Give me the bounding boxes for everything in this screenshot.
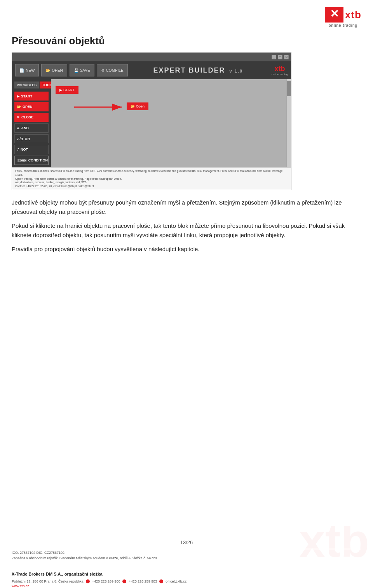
paragraph-3: Pravidla pro propojování objektů budou v… — [12, 245, 361, 254]
eb-app-name: EXPERT BUILDER v 1.0 — [130, 66, 266, 75]
bottom-bar-line2: Option trading. Free forex charts & quot… — [15, 177, 288, 181]
eb-new-button[interactable]: 📄 NEW — [15, 64, 39, 76]
xtb-subtitle-text: online trading — [329, 23, 357, 28]
eb-main-area: VARIABLES TOOLS ▶ START 📂 OPEN ✕ CLOSE & — [12, 79, 291, 167]
footer-company: X-Trade Brokers DM S.A., organizační slo… — [12, 572, 103, 576]
eb-titlebar: _ □ ✕ — [12, 53, 291, 61]
eb-sidebar: VARIABLES TOOLS ▶ START 📂 OPEN ✕ CLOSE & — [12, 79, 51, 167]
new-icon: 📄 — [19, 68, 24, 73]
eb-window: _ □ ✕ 📄 NEW 📂 OPEN 💾 SAVE ⚙ COMPILE — [12, 53, 291, 190]
footer-registered: Zapsána v obchodním rejstříku vedeném Mě… — [12, 556, 157, 561]
footer-website[interactable]: www.xtb.cz — [12, 584, 29, 588]
svg-text:✕: ✕ — [330, 8, 339, 20]
sidebar-item-condition[interactable]: COND CONDITION — [14, 156, 49, 165]
eb-workspace[interactable]: ▶ START 📂 Open — [51, 79, 286, 167]
sidebar-item-not[interactable]: ≠ NOT — [14, 145, 49, 154]
eb-toolbar: 📄 NEW 📂 OPEN 💾 SAVE ⚙ COMPILE EXPERT BUI… — [12, 61, 291, 79]
start-icon: ▶ — [17, 94, 19, 98]
footer-address-text: Pobřežní 12, 186 00 Praha 8, Česká repub… — [12, 579, 84, 583]
paragraph-1: Jednotlivé objekty mohou být přesunuty p… — [12, 198, 361, 217]
condition-icon: COND — [17, 159, 27, 162]
header-logo: ✕ xtb online trading — [325, 7, 361, 28]
eb-compile-button[interactable]: ⚙ COMPILE — [97, 64, 128, 76]
email-icon — [159, 579, 163, 583]
footer-phone1: +420 226 269 900 — [92, 579, 120, 583]
eb-scrollbar-thumb[interactable] — [287, 81, 291, 96]
eb-tabs: VARIABLES TOOLS — [14, 82, 49, 88]
not-icon: ≠ — [17, 147, 19, 151]
start-block-icon: ▶ — [59, 88, 62, 92]
eb-bottom-bar: Forex, commodities, indices, shares CFO … — [12, 167, 291, 190]
sidebar-item-open[interactable]: 📂 OPEN — [14, 102, 49, 111]
start-block-label: START — [63, 88, 75, 92]
page-title: Přesouvání objektů — [12, 35, 105, 47]
xtb-watermark: xtb — [295, 526, 373, 588]
bottom-bar-line4: Contact: +48 22 201 95 00, 70, email: bi… — [15, 184, 288, 188]
open-block-icon: 📂 — [131, 104, 135, 108]
save-icon: 💾 — [74, 68, 78, 73]
paragraph-2: Pokud si kliknete na hranici objektu na … — [12, 221, 361, 240]
or-icon: A/B — [17, 137, 23, 141]
open-sidebar-icon: 📂 — [17, 105, 21, 109]
sidebar-item-start[interactable]: ▶ START — [14, 92, 49, 101]
workspace-open-block[interactable]: 📂 Open — [127, 102, 148, 110]
sidebar-item-close[interactable]: ✕ CLOSE — [14, 113, 49, 122]
eb-minimize-btn[interactable]: _ — [272, 55, 276, 59]
workspace-start-block[interactable]: ▶ START — [56, 86, 78, 94]
main-text-content: Jednotlivé objekty mohou být přesunuty p… — [12, 198, 361, 258]
xtb-x-icon: ✕ — [325, 7, 343, 23]
footer-address-line: Pobřežní 12, 186 00 Praha 8, Česká repub… — [12, 579, 186, 583]
phone-icon-2 — [122, 579, 126, 583]
eb-maximize-btn[interactable]: □ — [278, 55, 282, 59]
screenshot-container: _ □ ✕ 📄 NEW 📂 OPEN 💾 SAVE ⚙ COMPILE — [12, 52, 291, 190]
open-icon: 📂 — [45, 68, 50, 73]
close-sidebar-icon: ✕ — [17, 115, 20, 119]
open-block-label: Open — [136, 104, 145, 108]
bottom-bar-line1: Forex, commodities, indices, shares CFO … — [15, 169, 288, 177]
bottom-bar-line3: otc, derivatives, account, trading, marg… — [15, 180, 288, 184]
xtb-brand-text: xtb — [345, 9, 361, 21]
eb-scrollbar[interactable] — [286, 79, 291, 167]
sidebar-item-or[interactable]: A/B OR — [14, 134, 49, 144]
eb-xtb-logo: xtb online trading — [272, 65, 288, 76]
footer-ico: IČO: 27867102 DIČ: CZ27867102 — [12, 550, 157, 556]
eb-close-btn[interactable]: ✕ — [284, 55, 289, 59]
drag-arrow — [74, 103, 125, 111]
sidebar-item-and[interactable]: & AND — [14, 123, 49, 133]
eb-save-button[interactable]: 💾 SAVE — [70, 64, 94, 76]
eb-open-button[interactable]: 📂 OPEN — [41, 64, 67, 76]
footer-legal: IČO: 27867102 DIČ: CZ27867102 Zapsána v … — [12, 550, 157, 561]
tab-variables[interactable]: VARIABLES — [14, 82, 39, 88]
svg-text:xtb: xtb — [299, 526, 369, 567]
compile-icon: ⚙ — [101, 68, 105, 73]
footer-email: office@xtb.cz — [166, 579, 186, 583]
phone-icon-1 — [86, 579, 90, 583]
eb-xtb-brand: xtb — [274, 65, 285, 73]
footer-phone2: +420 226 259 903 — [129, 579, 157, 583]
eb-xtb-sub: online trading — [272, 73, 288, 76]
and-icon: & — [17, 126, 20, 130]
